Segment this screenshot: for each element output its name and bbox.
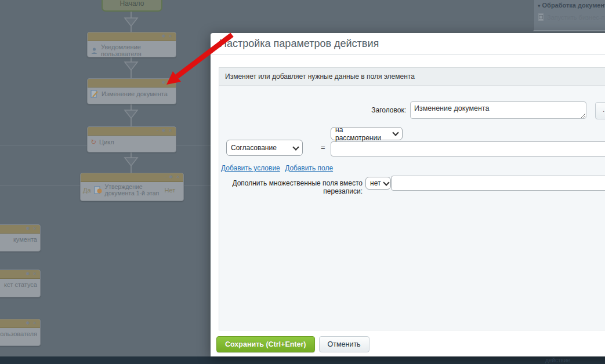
node-label: Изменение документа	[102, 90, 168, 97]
chevron-down-icon	[292, 144, 299, 150]
branch-yes-label: Да	[83, 187, 91, 194]
close-icon[interactable]: ✕	[168, 34, 172, 39]
person-icon	[90, 47, 98, 54]
title-input[interactable]: Изменение документа	[410, 101, 586, 119]
actions-panel: ▾Обработка документ Запустить бизнес-про	[533, 0, 605, 31]
node-header: ✱ ✕	[88, 79, 176, 88]
actions-panel-item-run-process[interactable]: Запустить бизнес-про	[534, 10, 605, 21]
collapse-icon: ▾	[538, 3, 541, 9]
gear-icon[interactable]: ✱	[26, 227, 30, 231]
add-field-link[interactable]: Добавить поле	[285, 164, 333, 172]
node-header: ✱ ✕	[0, 270, 40, 279]
gear-icon[interactable]: ✱	[169, 175, 173, 180]
action-description: Изменяет или добавляет нужные данные в п…	[219, 68, 605, 86]
flow-node-left-2[interactable]: ✱ ✕ кст статуса	[0, 270, 41, 297]
node-label: Утверждение документа 1-й этап	[105, 184, 162, 196]
chevron-down-icon	[392, 129, 398, 136]
node-header: – ✱ ✕	[81, 173, 183, 182]
flow-node-edit-document[interactable]: ✱ ✕ Изменение документа	[87, 78, 176, 104]
flow-node-approval[interactable]: – ✱ ✕ Да Утверждение документа 1-й этап …	[80, 173, 184, 201]
flow-node-notification[interactable]: ✱ ✕ Уведомление пользователя	[87, 32, 176, 57]
run-process-icon	[538, 13, 544, 21]
actions-panel-title: Обработка документ	[542, 2, 605, 9]
start-node-label: Начало	[120, 0, 144, 8]
bottom-status-bar: действие	[0, 356, 605, 364]
field-select-value: Согласование	[231, 144, 277, 152]
dialog-title: Настройка параметров действия	[219, 38, 379, 50]
node-header: ✱ ✕	[88, 32, 176, 41]
close-icon[interactable]: ✕	[168, 129, 172, 133]
add-condition-link[interactable]: Добавить условие	[221, 164, 280, 172]
dialog-footer: Сохранить (Ctrl+Enter) Отменить	[216, 336, 369, 352]
minimize-icon[interactable]: –	[157, 129, 159, 133]
value-select[interactable]: на рассмотрении	[331, 127, 403, 140]
multiple-select[interactable]: нет	[365, 177, 391, 190]
value-input[interactable]	[331, 141, 605, 156]
equals-sign: =	[321, 143, 325, 152]
close-icon[interactable]: ✕	[32, 227, 37, 231]
close-icon[interactable]: ✕	[32, 321, 37, 326]
node-label: Уведомление пользователя	[101, 43, 173, 57]
branch-no-label: Нет	[165, 187, 176, 194]
flow-node-left-1[interactable]: ✱ ✕ кумента	[0, 224, 41, 252]
actions-panel-item-label: Запустить бизнес-про	[547, 14, 605, 21]
value-select-value: на рассмотрении	[335, 126, 390, 142]
node-label: Цикл	[99, 139, 114, 145]
node-header: – ✱ ✕	[88, 127, 176, 136]
node-header: ✱ ✕	[0, 319, 40, 328]
gear-icon[interactable]: ✱	[26, 272, 30, 276]
close-icon[interactable]: ✕	[176, 175, 180, 180]
chevron-down-icon	[383, 179, 390, 185]
multiple-input[interactable]	[391, 176, 605, 191]
close-icon[interactable]: ✕	[168, 81, 172, 85]
flow-node-loop[interactable]: – ✱ ✕ ↻ Цикл	[87, 126, 176, 152]
node-header: ✱ ✕	[0, 225, 40, 234]
add-links: Добавить условие Добавить поле	[221, 164, 336, 172]
minimize-icon[interactable]: –	[164, 175, 166, 180]
save-button[interactable]: Сохранить (Ctrl+Enter)	[216, 336, 315, 352]
edit-document-icon	[90, 90, 99, 98]
approval-document-icon	[94, 186, 102, 194]
node-label: кумента	[13, 236, 37, 243]
flow-node-start[interactable]: Начало	[102, 0, 162, 12]
more-button[interactable]: ...	[595, 102, 605, 119]
actions-panel-header[interactable]: ▾Обработка документ	[534, 0, 605, 10]
node-label: кст статуса	[4, 281, 37, 288]
gear-icon[interactable]: ✱	[162, 129, 166, 133]
cancel-button[interactable]: Отменить	[319, 336, 369, 352]
multiple-fields-label: Дополнить множественные поля вместо пере…	[222, 179, 363, 195]
action-settings-dialog: Настройка параметров действия Изменяет и…	[211, 33, 605, 356]
flow-node-left-3[interactable]: ✱ ✕ пользователя	[0, 319, 41, 346]
gear-icon[interactable]: ✱	[26, 321, 30, 326]
multiple-select-value: нет	[370, 179, 381, 187]
dialog-titlebar: Настройка параметров действия	[211, 33, 605, 55]
gear-icon[interactable]: ✱	[162, 34, 166, 39]
title-field-label: Заголовок:	[315, 106, 406, 114]
loop-icon: ↻	[90, 138, 96, 146]
gear-icon[interactable]: ✱	[162, 81, 166, 85]
close-icon[interactable]: ✕	[32, 272, 37, 276]
node-label: пользователя	[0, 330, 37, 337]
bottom-bar-text: действие	[545, 357, 570, 363]
field-select[interactable]: Согласование	[226, 140, 303, 156]
